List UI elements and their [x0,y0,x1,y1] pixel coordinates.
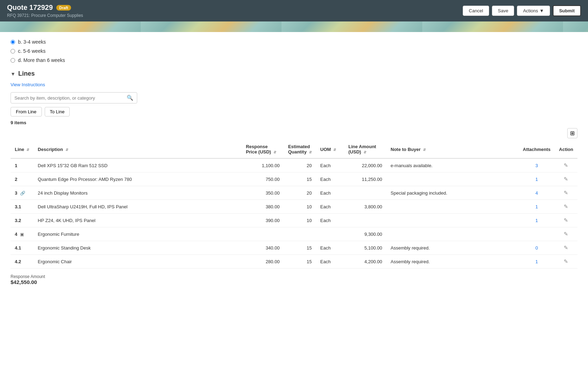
col-header-uom: UOM ⇵ [316,140,344,158]
search-icon: 🔍 [127,95,133,101]
attachment-link[interactable]: 1 [536,259,538,264]
col-header-description: Description ⇵ [33,140,241,158]
radio-b-label[interactable]: b. 3-4 weeks [18,39,46,45]
cell-note-to-buyer: Special packaging included. [386,186,519,200]
cell-attachments: 3 [519,158,555,172]
lines-section-header: ▼ Lines [11,70,577,77]
cell-uom: Each [316,186,344,200]
cell-line-amount: 11,250.00 [344,172,386,186]
page-title: Quote 172929 [7,4,53,12]
lines-collapse-icon[interactable]: ▼ [11,71,15,77]
cell-uom: Each [316,172,344,186]
line-number: 4.2 [15,259,21,264]
sort-price-icon[interactable]: ⇵ [273,150,276,154]
attachment-link[interactable]: 4 [536,190,538,196]
edit-icon[interactable]: ✎ [564,217,568,223]
response-amount-value: $42,550.00 [11,279,577,285]
col-header-note-to-buyer: Note to Buyer ⇵ [386,140,519,158]
cell-line: 1 [11,158,33,172]
sort-description-icon[interactable]: ⇵ [65,148,68,152]
line-number: 4 [15,232,17,237]
radio-item-c: c. 5-6 weeks [11,48,577,54]
attachment-link[interactable]: 1 [536,204,538,209]
attachment-link[interactable]: 1 [536,177,538,182]
cell-description: Dell UltraSharp U2419H, Full HD, IPS Pan… [33,200,241,214]
edit-icon[interactable]: ✎ [564,190,568,196]
table-row: 4.1Ergonomic Standing Desk340.0015Each5,… [11,241,577,255]
radio-item-d: d. More than 6 weeks [11,57,577,63]
sort-uom-icon[interactable]: ⇵ [333,148,336,152]
cell-est-quantity: 10 [284,214,316,227]
grid-icon-wrap: ⊞ [11,128,577,138]
radio-item-b: b. 3-4 weeks [11,39,577,45]
actions-button[interactable]: Actions ▼ [517,6,550,16]
grid-view-button[interactable]: ⊞ [567,128,577,138]
radio-group: b. 3-4 weeks c. 5-6 weeks d. More than 6… [11,39,577,63]
table-header-row: Line ⇵ Description ⇵ ResponsePrice (USD)… [11,140,577,158]
header-subtitle: RFQ 39721: Procure Computer Supplies [7,13,83,18]
radio-c-input[interactable] [11,49,15,53]
cell-line-amount [344,214,386,227]
table-row: 4 ▣Ergonomic Furniture9,300.00✎ [11,227,577,241]
cell-note-to-buyer [386,172,519,186]
cell-line-amount: 3,800.00 [344,200,386,214]
cell-est-quantity: 20 [284,186,316,200]
sort-amount-icon[interactable]: ⇵ [363,150,366,154]
cell-uom [316,227,344,241]
col-header-response-price: ResponsePrice (USD) ⇵ [242,140,284,158]
to-line-button[interactable]: To Line [45,107,70,116]
cell-attachments: 1 [519,200,555,214]
sort-note-icon[interactable]: ⇵ [423,148,426,152]
cell-line: 3.1 [11,200,33,214]
cell-line-amount [344,186,386,200]
link-icon: 🔗 [20,191,25,196]
cell-note-to-buyer [386,227,519,241]
col-header-line: Line ⇵ [11,140,33,158]
cell-line-amount: 4,200.00 [344,255,386,269]
page-header: Quote 172929 Draft RFQ 39721: Procure Co… [0,0,588,21]
header-actions: Cancel Save Actions ▼ Submit [463,5,581,16]
table-row: 4.2Ergonomic Chair280.0015Each4,200.00As… [11,255,577,269]
edit-icon[interactable]: ✎ [564,231,568,237]
cell-action: ✎ [555,241,577,255]
attachment-link[interactable]: 0 [536,245,538,251]
cancel-button[interactable]: Cancel [463,6,489,16]
table-row: 1Dell XPS 15"32 GB Ram 512 SSD1,100.0020… [11,158,577,172]
edit-icon[interactable]: ✎ [564,245,568,251]
radio-d-input[interactable] [11,58,15,63]
cell-line: 2 [11,172,33,186]
cell-attachments: 0 [519,241,555,255]
view-instructions-link[interactable]: View Instructions [11,82,45,87]
save-button[interactable]: Save [492,6,514,16]
search-input[interactable] [14,95,127,101]
edit-icon[interactable]: ✎ [564,176,568,182]
cell-action: ✎ [555,255,577,269]
cell-attachments: 1 [519,172,555,186]
cell-response-price: 1,100.00 [242,158,284,172]
radio-b-input[interactable] [11,40,15,44]
cell-note-to-buyer: e-manuals available. [386,158,519,172]
line-number: 1 [15,163,17,168]
table-row: 3.1Dell UltraSharp U2419H, Full HD, IPS … [11,200,577,214]
line-number: 2 [15,177,17,182]
submit-button[interactable]: Submit [553,5,581,16]
edit-icon[interactable]: ✎ [564,162,568,168]
cell-response-price: 390.00 [242,214,284,227]
radio-c-label[interactable]: c. 5-6 weeks [18,48,46,54]
attachment-link[interactable]: 1 [536,218,538,223]
sort-line-icon[interactable]: ⇵ [26,148,29,152]
attachment-link[interactable]: 3 [536,163,538,168]
sort-qty-icon[interactable]: ⇵ [309,150,312,154]
col-header-est-quantity: EstimatedQuantity ⇵ [284,140,316,158]
edit-icon[interactable]: ✎ [564,258,568,264]
radio-d-label[interactable]: d. More than 6 weeks [18,57,65,63]
edit-icon[interactable]: ✎ [564,203,568,209]
cell-note-to-buyer: Assembly required. [386,255,519,269]
from-line-button[interactable]: From Line [11,107,42,116]
cell-response-price [242,227,284,241]
header-title: Quote 172929 Draft [7,4,83,12]
cell-note-to-buyer: Assembly required. [386,241,519,255]
cell-action: ✎ [555,214,577,227]
line-number: 3.1 [15,204,21,209]
search-input-wrap: 🔍 [11,92,137,103]
